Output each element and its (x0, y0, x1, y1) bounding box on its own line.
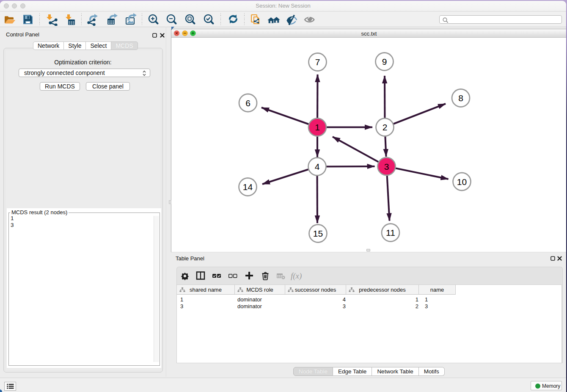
svg-text:14: 14 (243, 182, 253, 192)
svg-text:f(x): f(x) (291, 271, 302, 281)
svg-text:1: 1 (315, 122, 320, 132)
svg-text:15: 15 (313, 229, 323, 238)
svg-text:7: 7 (315, 57, 320, 67)
svg-text:2: 2 (383, 122, 388, 132)
svg-text:3: 3 (384, 162, 389, 171)
svg-text:6: 6 (245, 98, 250, 108)
svg-text:10: 10 (457, 177, 467, 187)
svg-text:11: 11 (386, 228, 395, 237)
svg-text:9: 9 (382, 57, 387, 66)
svg-text:4: 4 (315, 162, 320, 171)
svg-text:8: 8 (458, 93, 463, 103)
